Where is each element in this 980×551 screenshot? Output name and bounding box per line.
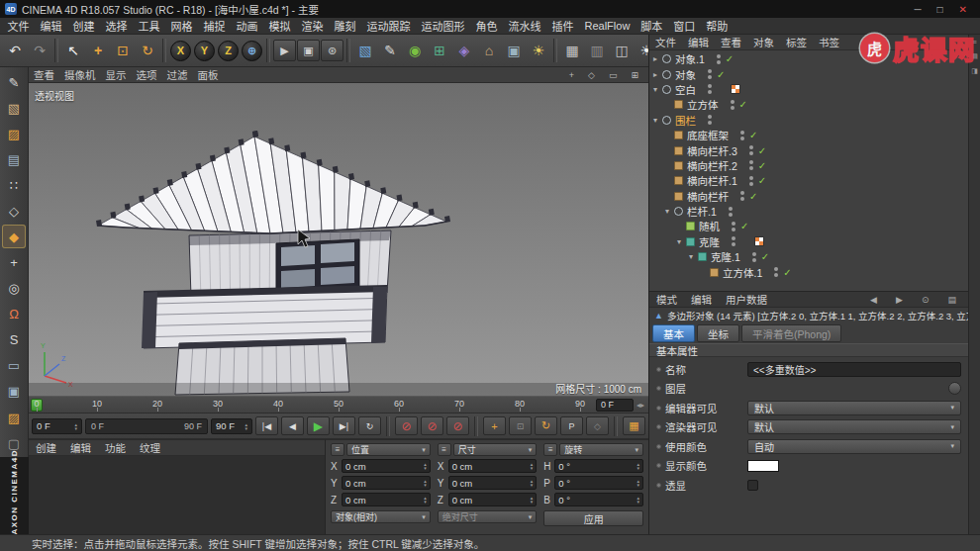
play-button[interactable]: ▶ xyxy=(307,416,330,435)
object-manager-menu-item[interactable]: 文件 xyxy=(649,35,682,49)
tree-row[interactable]: 横向栏杆.2✓ xyxy=(649,158,968,173)
render-settings-button[interactable]: ⊛ xyxy=(321,40,343,61)
visibility-dots[interactable] xyxy=(749,160,753,170)
animation-dot-icon[interactable] xyxy=(656,483,661,488)
enabled-check[interactable]: ✓ xyxy=(749,191,760,202)
menu-item[interactable]: 雕刻 xyxy=(329,18,361,34)
tree-row[interactable]: 横向栏杆.1✓ xyxy=(649,173,968,188)
attribute-select[interactable]: 默认▾ xyxy=(747,419,961,434)
visibility-dots[interactable] xyxy=(717,54,721,64)
tree-row[interactable]: 底座框架✓ xyxy=(649,128,968,142)
enabled-check[interactable]: ✓ xyxy=(758,175,769,186)
minimize-button[interactable]: ─ xyxy=(914,4,921,15)
menu-item[interactable]: 编辑 xyxy=(35,18,67,34)
tree-row[interactable]: 随机✓ xyxy=(649,219,968,233)
menu-item[interactable]: 角色 xyxy=(470,18,503,34)
menu-item[interactable]: 插件 xyxy=(546,18,579,34)
material-menu-item[interactable]: 纹理 xyxy=(133,440,167,455)
menu-item[interactable]: 创建 xyxy=(67,18,100,34)
keyframe-selection-button[interactable]: ▦ xyxy=(623,416,645,435)
menu-item[interactable]: 动画 xyxy=(231,18,263,34)
animation-dot-icon[interactable] xyxy=(656,406,661,411)
end-frame-field[interactable]: 90 F▴▾ xyxy=(211,418,252,434)
object-manager-menu-item[interactable]: 查看 xyxy=(715,35,747,49)
viewport-layout-icon[interactable]: + xyxy=(564,70,579,80)
texture-mode-button[interactable]: ▨ xyxy=(2,122,26,145)
coord-mode-select[interactable]: 位置▾ xyxy=(346,443,431,456)
viewport-menu-item[interactable]: 选项 xyxy=(132,67,162,82)
name-field[interactable]: <<多重数值>> xyxy=(747,362,961,377)
coord-value-field[interactable]: 0 cm▴▾ xyxy=(448,476,538,490)
menu-icon[interactable]: ≡ xyxy=(438,443,451,456)
coord-value-field[interactable]: 0 cm▴▾ xyxy=(342,476,431,490)
viewport-menu-item[interactable]: 摄像机 xyxy=(59,67,101,82)
object-manager-menu-item[interactable]: 编辑 xyxy=(682,35,715,49)
menu-item[interactable]: 帮助 xyxy=(701,18,734,34)
make-editable-button[interactable]: ✎ xyxy=(2,70,26,94)
keyframe-scale-button[interactable]: ⊡ xyxy=(509,416,532,435)
record-parameter-button[interactable]: P xyxy=(560,416,583,435)
object-manager-menu-item[interactable]: 书签 xyxy=(813,35,845,49)
expander-icon[interactable]: ▸ xyxy=(653,54,662,63)
deformer-button[interactable]: ◈ xyxy=(452,39,476,63)
visibility-dots[interactable] xyxy=(708,115,712,125)
display-color-swatch[interactable] xyxy=(747,460,779,472)
lock-x-axis-button[interactable]: X xyxy=(170,41,191,61)
menu-item[interactable]: 捕捉 xyxy=(198,18,231,34)
enabled-check[interactable]: ✓ xyxy=(726,53,736,64)
viewport-layout-icon[interactable]: ▭ xyxy=(604,70,623,80)
enable-axis-button[interactable]: + xyxy=(2,250,26,274)
menu-item[interactable]: 运动跟踪 xyxy=(361,18,416,34)
menu-item[interactable]: 运动图形 xyxy=(416,18,470,34)
keyframe-position-button[interactable]: + xyxy=(483,416,506,435)
coord-value-field[interactable]: 0 cm▴▾ xyxy=(448,493,538,506)
animation-dot-icon[interactable] xyxy=(656,367,661,372)
menu-icon[interactable]: ≡ xyxy=(543,443,557,456)
tab-basic[interactable]: 基本 xyxy=(652,324,695,342)
next-key-button[interactable]: ▶| xyxy=(333,416,355,435)
expander-icon[interactable]: ▾ xyxy=(689,252,698,261)
coord-value-field[interactable]: 0 °▴▾ xyxy=(554,459,643,473)
attribute-panel-icon[interactable]: ◀ xyxy=(863,295,884,305)
attribute-panel-icon[interactable]: ▶ xyxy=(889,295,910,305)
tree-row[interactable]: ▾围栏 xyxy=(649,113,968,128)
enabled-check[interactable]: ✓ xyxy=(758,145,769,156)
redo-button[interactable]: ↷ xyxy=(28,39,51,63)
environment-button[interactable]: ⌂ xyxy=(477,39,501,63)
material-menu-item[interactable]: 功能 xyxy=(98,440,133,455)
attribute-select[interactable]: 默认▾ xyxy=(747,401,961,415)
model-mode-button[interactable]: ▧ xyxy=(2,96,26,120)
tree-row[interactable]: ▾克隆 xyxy=(649,234,968,249)
close-button[interactable]: ✕ xyxy=(959,4,967,15)
viewport-menu-item[interactable]: 面板 xyxy=(193,67,224,82)
visibility-dots[interactable] xyxy=(774,267,778,277)
menu-item[interactable]: 窗口 xyxy=(668,18,701,34)
enabled-check[interactable]: ✓ xyxy=(758,160,769,171)
material-menu-item[interactable]: 创建 xyxy=(29,440,63,455)
menu-item[interactable]: 文件 xyxy=(2,18,35,34)
tree-row[interactable]: ▾空白 xyxy=(649,82,968,97)
record-pla-button[interactable]: ◇ xyxy=(586,416,609,435)
enabled-check[interactable]: ✓ xyxy=(739,99,750,110)
menu-item[interactable]: 脚本 xyxy=(636,18,668,34)
enabled-check[interactable]: ✓ xyxy=(749,130,760,140)
undo-button[interactable]: ↶ xyxy=(3,39,27,63)
lock-y-axis-button[interactable]: Y xyxy=(194,41,215,61)
visibility-dots[interactable] xyxy=(740,191,744,201)
coord-mode-select[interactable]: 尺寸▾ xyxy=(453,443,538,456)
enabled-check[interactable]: ✓ xyxy=(761,251,772,262)
xray-checkbox[interactable] xyxy=(747,480,758,491)
visibility-dots[interactable] xyxy=(749,176,753,186)
material-menu-item[interactable]: 编辑 xyxy=(63,440,98,455)
viewport-menu-item[interactable]: 显示 xyxy=(101,67,132,82)
coordinate-system-button[interactable]: ⊕ xyxy=(242,41,262,61)
menu-item[interactable]: 流水线 xyxy=(503,18,546,34)
tree-row[interactable]: 横向栏杆✓ xyxy=(649,189,968,204)
snap-settings-button[interactable]: S xyxy=(2,327,26,351)
expander-icon[interactable]: ▾ xyxy=(653,116,662,125)
visibility-dots[interactable] xyxy=(752,252,756,262)
display-toggle-button[interactable]: ◫ xyxy=(610,39,634,63)
material-list-area[interactable] xyxy=(29,456,325,534)
visibility-dots[interactable] xyxy=(731,100,735,110)
menu-item[interactable]: 网格 xyxy=(165,18,198,34)
